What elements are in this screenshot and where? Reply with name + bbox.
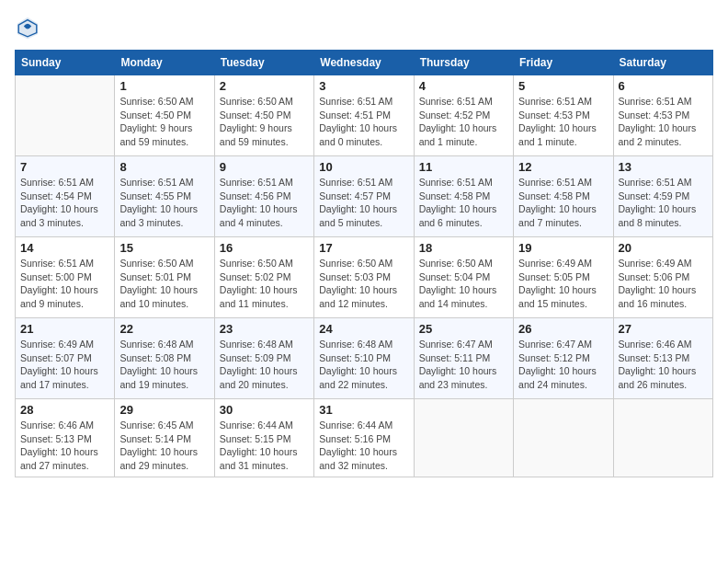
calendar-cell: 30Sunrise: 6:44 AM Sunset: 5:15 PM Dayli…: [214, 399, 313, 477]
calendar-cell: 23Sunrise: 6:48 AM Sunset: 5:09 PM Dayli…: [214, 318, 313, 399]
calendar-cell: [613, 399, 712, 477]
week-row-3: 14Sunrise: 6:51 AM Sunset: 5:00 PM Dayli…: [16, 237, 713, 318]
day-number: 15: [119, 241, 209, 255]
header-friday: Friday: [514, 51, 613, 75]
day-info: Sunrise: 6:45 AM Sunset: 5:14 PM Dayligh…: [119, 419, 209, 473]
header-sunday: Sunday: [16, 51, 115, 75]
calendar-cell: 7Sunrise: 6:51 AM Sunset: 4:54 PM Daylig…: [16, 156, 115, 237]
day-info: Sunrise: 6:51 AM Sunset: 4:59 PM Dayligh…: [619, 176, 708, 230]
day-number: 9: [220, 160, 309, 174]
week-row-5: 28Sunrise: 6:46 AM Sunset: 5:13 PM Dayli…: [16, 399, 713, 477]
day-number: 12: [518, 160, 608, 174]
calendar-cell: 11Sunrise: 6:51 AM Sunset: 4:58 PM Dayli…: [414, 156, 513, 237]
day-info: Sunrise: 6:50 AM Sunset: 5:03 PM Dayligh…: [319, 257, 408, 311]
day-info: Sunrise: 6:51 AM Sunset: 4:58 PM Dayligh…: [419, 176, 508, 230]
day-info: Sunrise: 6:51 AM Sunset: 5:00 PM Dayligh…: [20, 257, 109, 311]
day-number: 6: [619, 79, 708, 93]
day-number: 30: [220, 403, 309, 417]
day-number: 3: [319, 79, 408, 93]
day-info: Sunrise: 6:51 AM Sunset: 4:57 PM Dayligh…: [319, 176, 408, 230]
day-info: Sunrise: 6:46 AM Sunset: 5:13 PM Dayligh…: [619, 338, 708, 392]
calendar-cell: 13Sunrise: 6:51 AM Sunset: 4:59 PM Dayli…: [613, 156, 712, 237]
calendar-cell: 6Sunrise: 6:51 AM Sunset: 4:53 PM Daylig…: [613, 75, 712, 156]
day-info: Sunrise: 6:47 AM Sunset: 5:11 PM Dayligh…: [419, 338, 508, 392]
day-info: Sunrise: 6:49 AM Sunset: 5:07 PM Dayligh…: [20, 338, 109, 392]
calendar-cell: 10Sunrise: 6:51 AM Sunset: 4:57 PM Dayli…: [314, 156, 414, 237]
day-number: 7: [20, 160, 109, 174]
calendar-cell: 31Sunrise: 6:44 AM Sunset: 5:16 PM Dayli…: [314, 399, 414, 477]
day-number: 16: [220, 241, 309, 255]
day-number: 5: [518, 79, 608, 93]
day-info: Sunrise: 6:51 AM Sunset: 4:56 PM Dayligh…: [220, 176, 309, 230]
day-info: Sunrise: 6:49 AM Sunset: 5:05 PM Dayligh…: [518, 257, 608, 311]
calendar-cell: 19Sunrise: 6:49 AM Sunset: 5:05 PM Dayli…: [514, 237, 613, 318]
header-saturday: Saturday: [613, 51, 712, 75]
day-number: 20: [619, 241, 708, 255]
week-row-4: 21Sunrise: 6:49 AM Sunset: 5:07 PM Dayli…: [16, 318, 713, 399]
day-info: Sunrise: 6:51 AM Sunset: 4:51 PM Dayligh…: [319, 95, 408, 149]
day-info: Sunrise: 6:51 AM Sunset: 4:52 PM Dayligh…: [419, 95, 508, 149]
day-info: Sunrise: 6:50 AM Sunset: 5:04 PM Dayligh…: [419, 257, 508, 311]
day-info: Sunrise: 6:48 AM Sunset: 5:09 PM Dayligh…: [220, 338, 309, 392]
day-number: 14: [20, 241, 109, 255]
calendar-cell: 18Sunrise: 6:50 AM Sunset: 5:04 PM Dayli…: [414, 237, 513, 318]
day-info: Sunrise: 6:46 AM Sunset: 5:13 PM Dayligh…: [20, 419, 109, 473]
day-number: 19: [518, 241, 608, 255]
day-info: Sunrise: 6:48 AM Sunset: 5:08 PM Dayligh…: [119, 338, 209, 392]
calendar-cell: 3Sunrise: 6:51 AM Sunset: 4:51 PM Daylig…: [314, 75, 414, 156]
day-info: Sunrise: 6:50 AM Sunset: 5:01 PM Dayligh…: [119, 257, 209, 311]
day-number: 10: [319, 160, 408, 174]
day-number: 31: [319, 403, 408, 417]
day-info: Sunrise: 6:48 AM Sunset: 5:10 PM Dayligh…: [319, 338, 408, 392]
calendar-cell: 25Sunrise: 6:47 AM Sunset: 5:11 PM Dayli…: [414, 318, 513, 399]
calendar-table: SundayMondayTuesdayWednesdayThursdayFrid…: [15, 50, 713, 477]
day-number: 24: [319, 322, 408, 336]
day-number: 8: [119, 160, 209, 174]
day-number: 2: [220, 79, 309, 93]
day-number: 21: [20, 322, 109, 336]
calendar-cell: 15Sunrise: 6:50 AM Sunset: 5:01 PM Dayli…: [115, 237, 214, 318]
day-info: Sunrise: 6:50 AM Sunset: 4:50 PM Dayligh…: [220, 95, 309, 149]
header-monday: Monday: [115, 51, 214, 75]
day-number: 26: [518, 322, 608, 336]
calendar-cell: 21Sunrise: 6:49 AM Sunset: 5:07 PM Dayli…: [16, 318, 115, 399]
calendar-cell: 17Sunrise: 6:50 AM Sunset: 5:03 PM Dayli…: [314, 237, 414, 318]
calendar-cell: [16, 75, 115, 156]
day-info: Sunrise: 6:44 AM Sunset: 5:16 PM Dayligh…: [319, 419, 408, 473]
calendar-cell: 5Sunrise: 6:51 AM Sunset: 4:53 PM Daylig…: [514, 75, 613, 156]
day-info: Sunrise: 6:47 AM Sunset: 5:12 PM Dayligh…: [518, 338, 608, 392]
header-wednesday: Wednesday: [314, 51, 414, 75]
day-info: Sunrise: 6:51 AM Sunset: 4:54 PM Dayligh…: [20, 176, 109, 230]
calendar-cell: 26Sunrise: 6:47 AM Sunset: 5:12 PM Dayli…: [514, 318, 613, 399]
logo: [15, 15, 44, 40]
day-number: 1: [119, 79, 209, 93]
day-info: Sunrise: 6:51 AM Sunset: 4:55 PM Dayligh…: [119, 176, 209, 230]
day-number: 23: [220, 322, 309, 336]
calendar-cell: 9Sunrise: 6:51 AM Sunset: 4:56 PM Daylig…: [214, 156, 313, 237]
calendar-cell: [514, 399, 613, 477]
calendar-cell: 24Sunrise: 6:48 AM Sunset: 5:10 PM Dayli…: [314, 318, 414, 399]
day-number: 11: [419, 160, 508, 174]
day-number: 29: [119, 403, 209, 417]
calendar-cell: 29Sunrise: 6:45 AM Sunset: 5:14 PM Dayli…: [115, 399, 214, 477]
calendar-cell: 12Sunrise: 6:51 AM Sunset: 4:58 PM Dayli…: [514, 156, 613, 237]
calendar-cell: 2Sunrise: 6:50 AM Sunset: 4:50 PM Daylig…: [214, 75, 313, 156]
calendar-cell: 1Sunrise: 6:50 AM Sunset: 4:50 PM Daylig…: [115, 75, 214, 156]
calendar-cell: 14Sunrise: 6:51 AM Sunset: 5:00 PM Dayli…: [16, 237, 115, 318]
logo-icon: [15, 15, 40, 40]
day-number: 18: [419, 241, 508, 255]
week-row-1: 1Sunrise: 6:50 AM Sunset: 4:50 PM Daylig…: [16, 75, 713, 156]
calendar-cell: 8Sunrise: 6:51 AM Sunset: 4:55 PM Daylig…: [115, 156, 214, 237]
calendar-cell: 20Sunrise: 6:49 AM Sunset: 5:06 PM Dayli…: [613, 237, 712, 318]
day-info: Sunrise: 6:51 AM Sunset: 4:53 PM Dayligh…: [518, 95, 608, 149]
calendar-cell: 16Sunrise: 6:50 AM Sunset: 5:02 PM Dayli…: [214, 237, 313, 318]
calendar-cell: 22Sunrise: 6:48 AM Sunset: 5:08 PM Dayli…: [115, 318, 214, 399]
day-number: 13: [619, 160, 708, 174]
day-number: 4: [419, 79, 508, 93]
day-info: Sunrise: 6:51 AM Sunset: 4:58 PM Dayligh…: [518, 176, 608, 230]
calendar-cell: 27Sunrise: 6:46 AM Sunset: 5:13 PM Dayli…: [613, 318, 712, 399]
day-number: 27: [619, 322, 708, 336]
day-number: 28: [20, 403, 109, 417]
header-thursday: Thursday: [414, 51, 513, 75]
calendar-cell: [414, 399, 513, 477]
